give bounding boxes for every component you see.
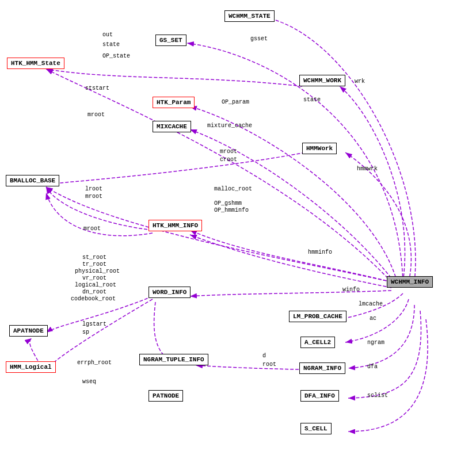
label-mixture-cache: mixture_cache: [207, 123, 252, 129]
label-mroot3: mroot: [85, 193, 102, 200]
label-gsset: gsset: [250, 36, 268, 42]
label-hmmwrk: hmmwrk: [357, 166, 378, 172]
node-ngram-tuple-info: NGRAM_TUPLE_INFO: [139, 354, 208, 365]
label-sclist: sclist: [367, 392, 388, 399]
label-ngram: ngram: [367, 339, 384, 346]
label-codebook-root: codebook_root: [71, 296, 116, 302]
label-wseq: wseq: [82, 379, 96, 385]
label-lgstart: lgstart: [82, 321, 106, 327]
node-word-info: WORD_INFO: [148, 287, 191, 298]
node-s-cell: S_CELL: [300, 423, 332, 434]
node-ngram-info: NGRAM_INFO: [299, 362, 345, 374]
node-dfa-info: DFA_INFO: [300, 390, 339, 402]
label-op-gshmm: OP_gshmm: [214, 200, 242, 207]
node-htk-hmm-state: HTK_HMM_State: [7, 58, 64, 69]
label-vr-root: vr_root: [82, 275, 106, 281]
node-hmm-logical: HMM_Logical: [6, 361, 56, 373]
node-wchmm-state: WCHMM_STATE: [224, 10, 275, 22]
label-mroot4: mroot: [83, 226, 101, 232]
label-physical-root: physical_root: [75, 268, 120, 274]
label-ac: ac: [370, 315, 376, 322]
label-op-hmminfo: OP_hmminfo: [214, 207, 249, 213]
label-lroot: lroot: [85, 186, 102, 192]
label-root: root: [262, 361, 276, 368]
label-mroot1: mroot: [87, 112, 105, 118]
label-state1: state: [102, 41, 120, 48]
node-lm-prob-cache: LM_PROB_CACHE: [289, 311, 346, 322]
label-st-root: st_root: [82, 254, 106, 261]
label-out: out: [102, 32, 113, 38]
node-mixcache: MIXCACHE: [153, 121, 191, 132]
node-bmalloc-base: BMALLOC_BASE: [6, 175, 59, 186]
node-gs-set: GS_SET: [155, 35, 186, 46]
edges-layer: [0, 0, 476, 462]
label-d: d: [262, 353, 266, 359]
label-mroot2: mroot: [220, 148, 237, 155]
label-dfa: dfa: [367, 364, 378, 370]
node-apatnode: APATNODE: [9, 325, 48, 337]
node-patnode: PATNODE: [148, 390, 183, 402]
label-wrk: wrk: [355, 78, 365, 85]
label-sp: sp: [82, 329, 89, 335]
label-hmminfo: hmminfo: [308, 249, 332, 255]
label-croot: croot: [220, 156, 237, 163]
label-op-state: OP_state: [102, 53, 130, 59]
label-malloc-root: malloc_root: [214, 186, 252, 192]
node-hmmwork: HMMWork: [302, 143, 337, 154]
node-a-cell2: A_CELL2: [300, 337, 335, 348]
label-tr-root: tr_root: [82, 261, 106, 268]
label-errph-root: errph_root: [77, 360, 112, 366]
node-htk-param: HTK_Param: [153, 97, 195, 108]
label-logical-root: logical_root: [75, 282, 116, 288]
label-state2: state: [303, 97, 321, 103]
label-winfo: winfo: [342, 287, 360, 293]
node-wchmm-work: WCHMM_WORK: [299, 75, 345, 86]
label-lmcache: lmcache: [359, 301, 383, 307]
label-ststart: ststart: [85, 85, 109, 91]
label-dn-root: dn_root: [82, 289, 106, 295]
label-op-param: OP_param: [222, 99, 249, 105]
node-htk-hmm-info: HTK_HMM_INFO: [148, 220, 202, 231]
node-wchmm-info: WCHMM_INFO: [387, 276, 433, 288]
